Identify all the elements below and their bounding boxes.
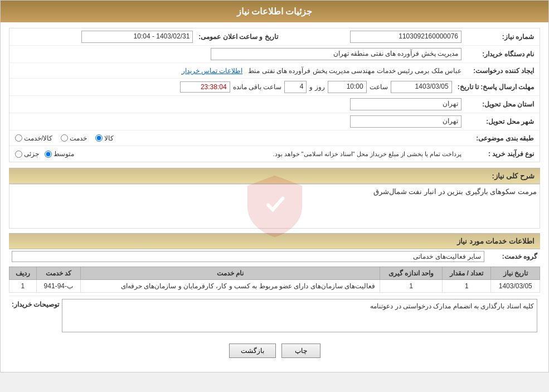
need-number-label: شماره نیاز: (464, 32, 537, 42)
buyer-org-label: نام دستگاه خریدار: (464, 49, 537, 59)
service-group-value: سایر فعالیت‌های خدماتی (12, 251, 484, 262)
purchase-type-content: پرداخت تمام یا بخشی از مبلغ خریداز محل "… (12, 149, 464, 159)
col-tarikh-niaz: تاریخ نیاز (491, 267, 540, 280)
services-header-label: اطلاعات خدمات مورد نیاز (457, 237, 535, 245)
cell-row: 1 (9, 280, 37, 293)
province-input: تهران (350, 98, 461, 110)
service-group-row: گروه خدمت: سایر فعالیت‌های خدماتی (9, 249, 540, 264)
need-number-input: 1103092160000076 (350, 31, 461, 43)
service-group-label: گروه خدمت: (487, 253, 537, 260)
response-date-input: 1403/03/05 (391, 81, 452, 93)
jozi-radio[interactable] (15, 151, 22, 158)
date-announce-label: تاریخ و ساعت اعلان عمومی: (196, 32, 280, 42)
buyer-org-input: مدیریت پخش فرآورده های نفتی منطقه تهران (211, 48, 461, 60)
city-row: شهر محل تحویل: تهران (9, 113, 540, 130)
category-kala-khedmat[interactable]: کالا/خدمت (15, 134, 52, 142)
page-wrapper: جزئیات اطلاعات نیاز شماره نیاز: 11030921… (0, 0, 549, 372)
category-row: طبقه بندی موضوعی: کالا/خدمت خدمت کالا (9, 130, 540, 146)
category-kala[interactable]: کالا (95, 134, 114, 142)
need-number-value: 1103092160000076 (281, 30, 464, 44)
buyer-org-value: مدیریت پخش فرآورده های نفتی منطقه تهران (12, 47, 464, 61)
shield-watermark-icon (241, 173, 308, 240)
col-radif: ردیف (9, 267, 37, 280)
category-khedmat[interactable]: خدمت (61, 134, 87, 142)
khedmat-radio[interactable] (61, 134, 68, 142)
cell-code: ب-94-941 (36, 280, 80, 293)
purchase-note: پرداخت تمام یا بخشی از مبلغ خریداز محل "… (80, 151, 461, 158)
content-area: شماره نیاز: 1103092160000076 تاریخ و ساع… (1, 22, 548, 372)
creator-value: عباس ملک برمی رئیس خدمات مهندسی مدیریت پ… (12, 66, 464, 76)
response-day-input: 4 (284, 81, 307, 93)
motavaset-label: متوسط (54, 150, 74, 158)
motavaset-radio[interactable] (45, 151, 52, 158)
col-vahed-andazeh: واحد اندازه گیری (380, 267, 442, 280)
province-row: استان محل تحویل: تهران (9, 96, 540, 113)
general-description-text: مرمت سکوهای بارگیری بنزین در انبار نفت ش… (12, 187, 537, 196)
need-number-row: شماره نیاز: 1103092160000076 تاریخ و ساع… (9, 28, 540, 46)
cell-unit: 1 (380, 280, 442, 293)
category-radio-group: کالا/خدمت خدمت کالا (15, 134, 461, 142)
cell-date: 1403/03/05 (491, 280, 540, 293)
services-table: تاریخ نیاز تعداد / مقدار واحد اندازه گیر… (9, 267, 540, 293)
kala-khedmat-label: کالا/خدمت (24, 134, 52, 142)
category-label: طبقه بندی موضوعی: (464, 133, 537, 143)
kala-khedmat-radio[interactable] (15, 134, 22, 142)
city-label: شهر محل تحویل: (464, 117, 537, 127)
creator-contact-link[interactable]: اطلاعات تماس خریدار (182, 67, 243, 75)
remaining-label: ساعت باقی مانده (233, 83, 282, 91)
purchase-type-label: نوع فرآیند خرید : (464, 149, 537, 159)
response-day-label: روز و (309, 83, 324, 91)
date-announce-value: 1403/02/31 - 10:04 (12, 30, 196, 44)
response-deadline-label: مهلت ارسال پاسخ: تا تاریخ: (455, 82, 537, 92)
response-time-label: ساعت (370, 83, 388, 91)
date-announce-input: 1403/02/31 - 10:04 (81, 31, 193, 43)
buyer-notes-section: کلیه اسناد بارگذاری به انضمام مدارک درخو… (9, 296, 540, 335)
buyer-notes-content: کلیه اسناد بارگذاری به انضمام مدارک درخو… (62, 299, 537, 332)
cell-name: فعالیت‌های سازمان‌های دارای عضو مربوط به… (80, 280, 380, 293)
province-label: استان محل تحویل: (464, 99, 537, 109)
province-value: تهران (12, 97, 464, 112)
buyer-org-row: نام دستگاه خریدار: مدیریت پخش فرآورده ها… (9, 46, 540, 63)
page-title: جزئیات اطلاعات نیاز (237, 7, 313, 16)
col-name-khedmat: نام خدمت (80, 267, 380, 280)
table-row: 1403/03/05 1 1 فعالیت‌های سازمان‌های دار… (9, 280, 540, 293)
table-header-row: تاریخ نیاز تعداد / مقدار واحد اندازه گیر… (9, 267, 540, 280)
buyer-notes-label: توصیحات خریدار: (12, 299, 59, 308)
time-row: 1403/03/05 ساعت 10:00 روز و 4 ساعت باقی … (15, 81, 452, 93)
col-code-khedmat: کد خدمت (36, 267, 80, 280)
buyer-notes-box: کلیه اسناد بارگذاری به انضمام مدارک درخو… (62, 299, 537, 332)
purchase-jozi[interactable]: جزئی (15, 150, 39, 158)
response-time-input: 10:00 (328, 81, 367, 93)
general-description-header-label: شرح کلی نیاز: (492, 172, 535, 180)
col-tedad-megdar: تعداد / مقدار (443, 267, 491, 280)
back-button[interactable]: بازگشت (229, 343, 276, 358)
category-options: کالا/خدمت خدمت کالا (12, 133, 464, 143)
creator-name: عباس ملک برمی رئیس خدمات مهندسی مدیریت پ… (248, 67, 461, 75)
kala-radio[interactable] (95, 134, 103, 142)
jozi-label: جزئی (24, 150, 39, 158)
general-description-container: مرمت سکوهای بارگیری بنزین در انبار نفت ش… (9, 184, 540, 229)
creator-row: ایجاد کننده درخواست: عباس ملک برمی رئیس … (9, 63, 540, 79)
creator-label: ایجاد کننده درخواست: (464, 66, 537, 76)
purchase-type-radio-group: پرداخت تمام یا بخشی از مبلغ خریداز محل "… (15, 150, 461, 158)
purchase-motavaset[interactable]: متوسط (45, 150, 74, 158)
page-header: جزئیات اطلاعات نیاز (1, 1, 548, 22)
remaining-countdown: 23:38:04 (180, 81, 230, 93)
purchase-type-row: نوع فرآیند خرید : پرداخت تمام یا بخشی از… (9, 146, 540, 162)
khedmat-label: خدمت (70, 134, 87, 142)
print-button[interactable]: چاپ (281, 343, 320, 358)
buttons-row: چاپ بازگشت (9, 335, 540, 366)
kala-label: کالا (104, 134, 114, 142)
city-input: تهران (350, 115, 461, 128)
response-deadline-value: 1403/03/05 ساعت 10:00 روز و 4 ساعت باقی … (12, 80, 455, 94)
cell-quantity: 1 (443, 280, 491, 293)
info-section: شماره نیاز: 1103092160000076 تاریخ و ساع… (9, 28, 540, 162)
city-value: تهران (12, 114, 464, 129)
response-deadline-row: مهلت ارسال پاسخ: تا تاریخ: 1403/03/05 سا… (9, 79, 540, 96)
